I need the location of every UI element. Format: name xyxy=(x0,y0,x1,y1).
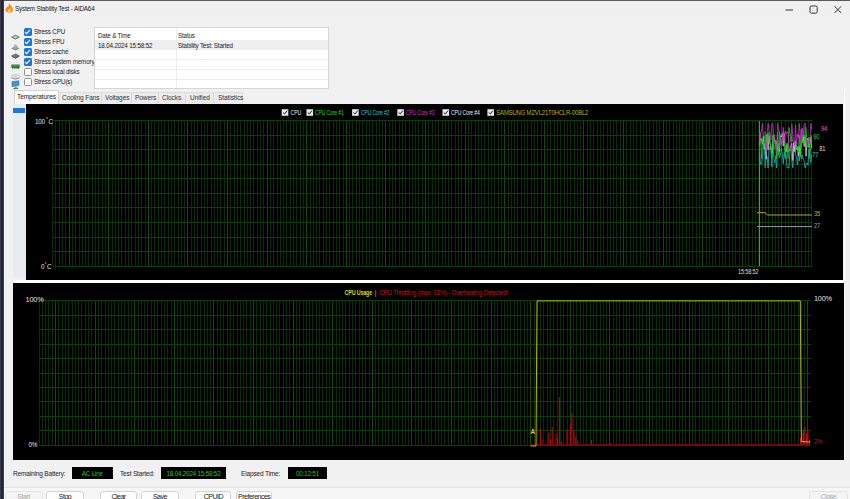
svg-text:CPU: CPU xyxy=(291,108,302,115)
svg-text:90: 90 xyxy=(813,132,820,139)
svg-text:CPU Throttling (max: 33%) - Ov: CPU Throttling (max: 33%) - Overheating … xyxy=(379,288,508,296)
svg-text:CPU Core #2: CPU Core #2 xyxy=(361,108,390,115)
svg-text:100%: 100% xyxy=(25,296,44,303)
svg-text:15:58:52: 15:58:52 xyxy=(738,268,759,275)
svg-text:CPU Usage: CPU Usage xyxy=(344,288,372,296)
svg-text:94: 94 xyxy=(821,125,828,132)
svg-text:A: A xyxy=(530,428,535,435)
svg-text:SAMSUNG MZVL21T0HCLR-00BL2: SAMSUNG MZVL21T0HCLR-00BL2 xyxy=(496,108,589,115)
svg-text:CPU Core #1: CPU Core #1 xyxy=(315,108,344,115)
svg-text:0%: 0% xyxy=(28,441,37,448)
svg-text:C: C xyxy=(47,262,52,269)
svg-text:CPU Core #3: CPU Core #3 xyxy=(406,108,435,115)
svg-text:81: 81 xyxy=(819,144,826,151)
svg-text:100: 100 xyxy=(35,117,46,124)
svg-text:77: 77 xyxy=(812,151,819,158)
svg-text:C: C xyxy=(49,117,54,124)
svg-text:CPU Core #4: CPU Core #4 xyxy=(451,108,480,115)
svg-text:35: 35 xyxy=(814,209,821,216)
svg-text:27: 27 xyxy=(814,221,821,228)
svg-text:2%: 2% xyxy=(813,437,822,444)
svg-text:100%: 100% xyxy=(813,294,832,301)
